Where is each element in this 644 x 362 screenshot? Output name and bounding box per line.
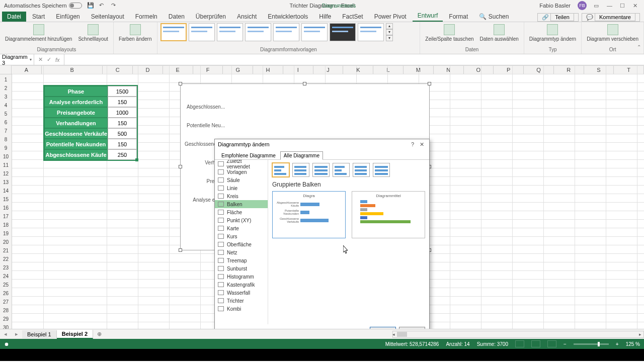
- row-header[interactable]: 30: [0, 322, 12, 329]
- style-thumb[interactable]: [358, 23, 384, 41]
- style-thumb[interactable]: [245, 23, 271, 41]
- chart-category-item[interactable]: Netz: [215, 248, 268, 256]
- data-table-selection[interactable]: Phase1500 Analyse erforderlich150 Preisa…: [43, 85, 138, 161]
- chart-category-item[interactable]: Kastengrafik: [215, 281, 268, 289]
- tab-formulas[interactable]: Formeln: [130, 12, 163, 22]
- cell[interactable]: Abgeschlossene Käufe: [44, 149, 108, 160]
- cell[interactable]: 1500: [108, 86, 137, 97]
- fx-icon[interactable]: fx: [55, 57, 60, 63]
- autosave-toggle[interactable]: Automatisches Speichern: [4, 3, 82, 9]
- scroll-right-icon[interactable]: ▸: [636, 331, 643, 337]
- chart-category-item[interactable]: Wasserfall: [215, 289, 268, 297]
- tab-all-charts[interactable]: Alle Diagramme: [280, 151, 323, 160]
- chart-category-item[interactable]: Punkt (XY): [215, 216, 268, 224]
- close-icon[interactable]: ✕: [633, 3, 639, 9]
- cell[interactable]: 150: [108, 118, 137, 128]
- zoom-level[interactable]: 125 %: [626, 341, 640, 347]
- cell[interactable]: 150: [108, 139, 137, 149]
- tab-design[interactable]: Entwurf: [413, 11, 443, 22]
- chart-category-item[interactable]: Balken: [215, 200, 268, 208]
- sheet-nav-next-icon[interactable]: ▸: [11, 331, 22, 337]
- comments-button[interactable]: 💬 Kommentare: [582, 13, 640, 22]
- tab-file[interactable]: Datei: [2, 12, 26, 22]
- tab-factset[interactable]: FactSet: [337, 12, 368, 22]
- cell[interactable]: Analyse erforderlich: [44, 97, 108, 107]
- quick-layout-button[interactable]: Schnelllayout: [76, 23, 110, 43]
- tab-help[interactable]: Hilfe: [314, 12, 336, 22]
- selection-handle[interactable]: [135, 158, 138, 161]
- zoom-slider[interactable]: [574, 343, 609, 345]
- switch-row-col-button[interactable]: Zeile/Spalte tauschen: [423, 23, 475, 43]
- tab-format[interactable]: Format: [444, 12, 473, 22]
- cell[interactable]: 150: [108, 97, 137, 107]
- resize-handle[interactable]: [303, 82, 306, 85]
- style-thumb[interactable]: [160, 23, 187, 41]
- cell[interactable]: 250: [108, 149, 137, 160]
- zoom-out-icon[interactable]: −: [564, 341, 567, 347]
- tab-developer[interactable]: Entwicklertools: [263, 12, 313, 22]
- cell[interactable]: Potentielle Neukunden: [44, 139, 108, 149]
- chart-category-item[interactable]: Karte: [215, 224, 268, 232]
- chart-category-item[interactable]: Linie: [215, 184, 268, 192]
- style-thumb[interactable]: [189, 23, 215, 41]
- tab-insert[interactable]: Einfügen: [51, 12, 85, 22]
- undo-icon[interactable]: ↶: [99, 2, 106, 9]
- save-icon[interactable]: 💾: [87, 2, 94, 9]
- user-name[interactable]: Fabio Basler: [539, 3, 571, 9]
- zoom-in-icon[interactable]: +: [616, 341, 619, 347]
- cell[interactable]: 500: [108, 128, 137, 139]
- subtype-stacked-bar[interactable]: [292, 163, 309, 177]
- add-chart-element-button[interactable]: Diagrammelement hinzufügen: [3, 23, 74, 43]
- resize-handle[interactable]: [428, 82, 431, 85]
- ribbon-display-icon[interactable]: ▭: [594, 3, 600, 9]
- resize-handle[interactable]: [179, 82, 182, 85]
- tab-powerpivot[interactable]: Power Pivot: [369, 12, 412, 22]
- ok-button[interactable]: OK: [370, 327, 396, 329]
- help-icon[interactable]: ?: [408, 141, 417, 147]
- share-button[interactable]: 🔗 Teilen: [537, 13, 579, 22]
- record-macro-icon[interactable]: ⏺: [4, 341, 9, 347]
- view-normal-icon[interactable]: [515, 340, 524, 347]
- view-page-break-icon[interactable]: [547, 340, 556, 347]
- scrollbar-thumb[interactable]: [397, 332, 407, 337]
- view-page-layout-icon[interactable]: [531, 340, 540, 347]
- resize-handle[interactable]: [179, 165, 182, 168]
- tab-recommended-charts[interactable]: Empfohlene Diagramme: [218, 151, 279, 160]
- chart-category-item[interactable]: Histogramm: [215, 273, 268, 281]
- toggle-switch-icon[interactable]: [69, 3, 82, 9]
- chart-category-item[interactable]: Treemap: [215, 256, 268, 264]
- scroll-left-icon[interactable]: ◂: [390, 331, 397, 337]
- enter-formula-icon[interactable]: ✓: [47, 56, 51, 63]
- style-thumb[interactable]: [301, 23, 328, 41]
- gallery-more-button[interactable]: ▴▾▾: [386, 23, 393, 41]
- chart-category-item[interactable]: Kurs: [215, 232, 268, 240]
- resize-handle[interactable]: [179, 248, 182, 252]
- cell[interactable]: Geschlossene Verkäufe: [44, 128, 108, 139]
- chart-category-item[interactable]: Sunburst: [215, 264, 268, 273]
- add-sheet-icon[interactable]: ⊕: [93, 331, 106, 337]
- redo-icon[interactable]: ↷: [111, 2, 118, 9]
- maximize-icon[interactable]: ☐: [620, 3, 626, 9]
- chart-category-item[interactable]: Kombi: [215, 305, 268, 313]
- sheet-nav-prev-icon[interactable]: ◂: [0, 331, 11, 337]
- select-data-button[interactable]: Daten auswählen: [478, 23, 521, 43]
- subtype-3d-clustered-bar[interactable]: [333, 163, 350, 177]
- select-all-corner[interactable]: [0, 65, 12, 74]
- cell[interactable]: 1000: [108, 107, 137, 118]
- tab-search[interactable]: 🔍 Suchen: [474, 12, 514, 22]
- sheet-tab[interactable]: Beispiel 2: [57, 330, 93, 339]
- tab-start[interactable]: Start: [27, 12, 50, 22]
- move-chart-button[interactable]: Diagramm verschieben: [585, 23, 640, 43]
- worksheet-grid[interactable]: A B C D E F G H I J K L M N O P Q R S T …: [0, 65, 644, 329]
- chart-category-item[interactable]: Fläche: [215, 208, 268, 216]
- tab-pagelayout[interactable]: Seitenlayout: [86, 12, 129, 22]
- sheet-tab[interactable]: Beispiel 1: [22, 330, 57, 338]
- tab-data[interactable]: Daten: [164, 12, 190, 22]
- style-thumb[interactable]: [273, 23, 299, 41]
- minimize-icon[interactable]: —: [607, 3, 613, 9]
- subtype-3d-100-stacked-bar[interactable]: [373, 163, 390, 177]
- tab-view[interactable]: Ansicht: [232, 12, 262, 22]
- chart-category-item[interactable]: Trichter: [215, 297, 268, 305]
- chart-category-item[interactable]: Kreis: [215, 192, 268, 200]
- change-colors-button[interactable]: Farben ändern: [117, 23, 154, 43]
